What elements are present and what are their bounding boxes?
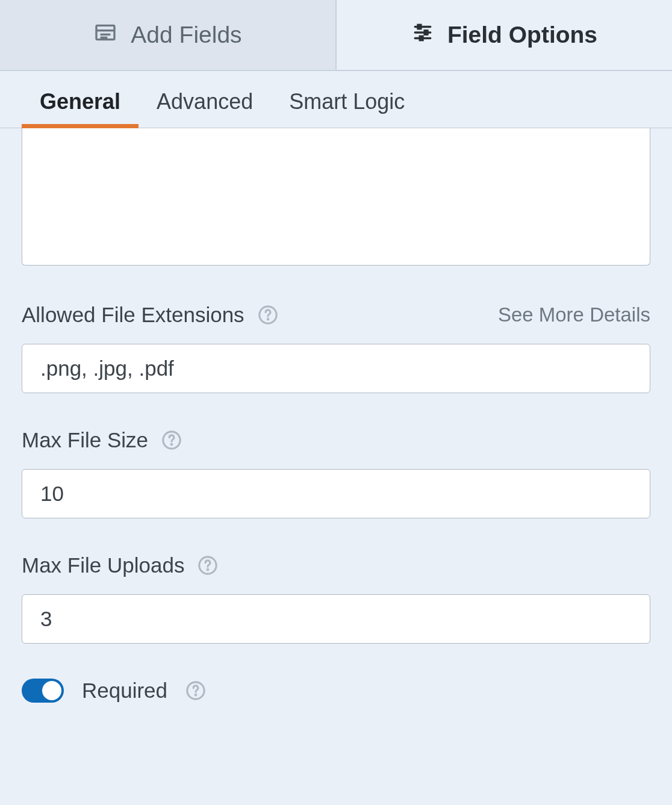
max-file-size-input[interactable] <box>22 469 650 518</box>
max-file-size-label-row: Max File Size <box>22 428 650 452</box>
allowed-extensions-label: Allowed File Extensions <box>22 303 244 327</box>
tab-add-fields[interactable]: Add Fields <box>0 0 337 70</box>
svg-rect-7 <box>418 25 421 28</box>
svg-rect-9 <box>420 36 423 40</box>
sub-tab-smart-logic[interactable]: Smart Logic <box>289 89 405 128</box>
help-icon[interactable] <box>258 305 278 325</box>
description-textarea[interactable] <box>22 128 650 266</box>
help-icon[interactable] <box>185 680 206 701</box>
primary-tabs: Add Fields Field Options <box>0 0 672 71</box>
max-file-uploads-label: Max File Uploads <box>22 553 184 577</box>
max-file-uploads-input[interactable] <box>22 594 650 644</box>
svg-point-13 <box>171 444 172 445</box>
max-file-uploads-label-row: Max File Uploads <box>22 553 650 577</box>
sub-tab-general[interactable]: General <box>40 89 120 128</box>
sliders-icon <box>411 21 434 49</box>
max-file-uploads-block: Max File Uploads <box>22 553 650 644</box>
tab-field-options[interactable]: Field Options <box>337 0 672 70</box>
sub-tabs: General Advanced Smart Logic <box>0 71 672 128</box>
help-icon[interactable] <box>161 430 182 450</box>
max-file-size-label: Max File Size <box>22 428 148 452</box>
see-more-details-link[interactable]: See More Details <box>498 303 650 326</box>
form-icon <box>93 20 117 50</box>
tab-add-fields-label: Add Fields <box>131 22 241 48</box>
svg-point-17 <box>195 694 196 695</box>
help-icon[interactable] <box>198 555 218 576</box>
svg-rect-8 <box>425 30 428 34</box>
allowed-extensions-block: Allowed File Extensions See More Details <box>22 303 650 393</box>
sub-tab-advanced[interactable]: Advanced <box>157 89 253 128</box>
svg-point-15 <box>208 569 209 570</box>
toggle-knob <box>42 681 61 700</box>
field-options-panel: Allowed File Extensions See More Details… <box>0 128 672 724</box>
svg-point-11 <box>267 319 269 320</box>
max-file-size-block: Max File Size <box>22 428 650 518</box>
required-toggle[interactable] <box>22 679 64 703</box>
allowed-extensions-label-row: Allowed File Extensions See More Details <box>22 303 650 327</box>
required-label: Required <box>82 679 167 703</box>
tab-field-options-label: Field Options <box>447 22 597 48</box>
allowed-extensions-input[interactable] <box>22 344 650 393</box>
required-row: Required <box>22 679 650 703</box>
